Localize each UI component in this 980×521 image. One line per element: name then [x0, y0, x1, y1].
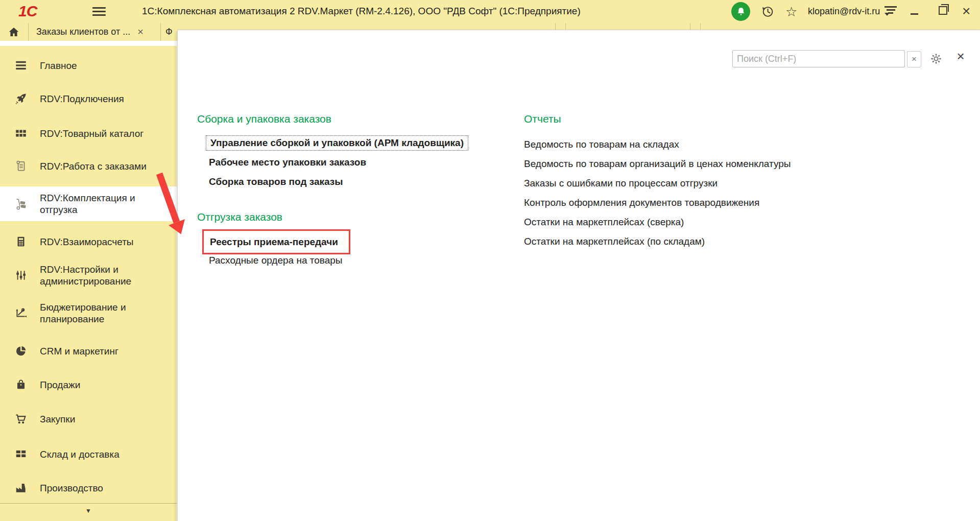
tab-close-icon[interactable]: × [137, 26, 144, 38]
1c-logo: 1С [18, 3, 37, 20]
tab-separator [160, 23, 161, 41]
sidebar-item-production[interactable]: Производство [0, 478, 177, 498]
cart-icon [14, 412, 28, 425]
minimize-button[interactable] [911, 13, 918, 15]
bell-icon [735, 6, 747, 17]
group-title-reports: Отчеты [524, 113, 561, 125]
sidebar-item-warehouse[interactable]: Склад и доставка [0, 444, 177, 464]
user-account[interactable]: klopatin@rdv-it.ru [808, 6, 880, 17]
sidebar-item-label: RDV:Товарный каталог [40, 128, 153, 139]
sidebar-item-rdv-orders[interactable]: RDV:Работа с заказами [0, 156, 177, 176]
factory-icon [14, 481, 28, 494]
sidebar-item-label: Продажи [40, 379, 153, 391]
history-button[interactable] [759, 3, 776, 20]
sidebar-item-rdv-connections[interactable]: RDV:Подключения [0, 88, 177, 109]
sidebar-item-label: Главное [40, 60, 153, 72]
sidebar-item-rdv-admin[interactable]: RDV:Настройки и администрирование [0, 261, 177, 290]
report-marketplace-stock-check[interactable]: Остатки на маркетплейсах (сверка) [524, 217, 684, 228]
sidebar-item-label: RDV:Подключения [40, 93, 153, 105]
sidebar-divider [0, 503, 177, 504]
focused-command-outline: Управление сборкой и упаковкой (АРМ клад… [206, 135, 468, 151]
command-goods-issue-orders[interactable]: Расходные ордера на товары [209, 255, 342, 266]
sidebar-item-label: RDV:Комплектация и отгрузка [40, 192, 153, 216]
sidebar-item-main[interactable]: Главное [0, 55, 177, 76]
hand-truck-icon [14, 197, 28, 210]
sidebar-item-label: RDV:Работа с заказами [40, 160, 153, 172]
report-goods-org-prices[interactable]: Ведомость по товарам организаций в ценах… [524, 158, 791, 170]
tab-orders[interactable]: Заказы клиентов от ... × [28, 23, 160, 41]
chart-axis-icon [14, 306, 28, 320]
pie-chart-icon [14, 344, 28, 358]
tab-label: Заказы клиентов от ... [36, 27, 130, 37]
history-clock-icon [761, 5, 774, 18]
highlight-box: Реестры приема-передачи [202, 229, 350, 254]
app-title: 1С:Комплексная автоматизация 2 RDV.Марке… [142, 6, 581, 17]
notifications-button[interactable] [731, 2, 750, 21]
command-assembly-management[interactable]: Управление сборкой и упаковкой (АРМ клад… [210, 137, 464, 148]
sidebar-item-crm[interactable]: CRM и маркетинг [0, 341, 177, 361]
sidebar-item-rdv-shipping[interactable]: RDV:Комплектация и отгрузка [0, 186, 177, 221]
sidebar-item-rdv-catalog[interactable]: RDV:Товарный каталог [0, 123, 177, 144]
panel-close-button[interactable]: × [953, 49, 968, 66]
home-tab[interactable] [0, 23, 28, 41]
hamburger-icon [14, 59, 28, 72]
sidebar-item-label: Бюджетирование и планирование [40, 301, 153, 325]
sidebar-item-sales[interactable]: Продажи [0, 374, 177, 395]
report-marketplace-stock-by-warehouse[interactable]: Остатки на маркетплейсах (по складам) [524, 236, 705, 247]
sidebar-item-label: Склад и доставка [40, 448, 153, 460]
calculator-icon [14, 235, 28, 248]
search-input[interactable] [732, 50, 905, 67]
home-icon [7, 26, 20, 39]
close-window-button[interactable]: × [962, 3, 970, 20]
service-menu-button[interactable] [885, 6, 897, 25]
sidebar-item-label: CRM и маркетинг [40, 345, 153, 357]
command-goods-assembly[interactable]: Сборка товаров под заказы [209, 176, 343, 187]
sidebar-item-label: RDV:Настройки и администрирование [40, 264, 153, 287]
section-sidebar: Главное RDV:Подключения RDV:Товарный кат… [0, 46, 177, 521]
shopping-bag-icon [14, 378, 28, 391]
sliders-icon [14, 269, 28, 282]
sidebar-item-label: Производство [40, 482, 153, 494]
sidebar-item-label: RDV:Взаиморасчеты [40, 236, 153, 248]
main-menu-button[interactable] [92, 7, 106, 16]
title-bar: 1С 1С:Комплексная автоматизация 2 RDV.Ма… [0, 0, 980, 23]
command-transfer-registers[interactable]: Реестры приема-передачи [210, 236, 338, 248]
close-icon: × [912, 54, 917, 64]
warehouse-grid-icon [14, 447, 28, 461]
command-packing-workplace[interactable]: Рабочее место упаковки заказов [209, 157, 366, 168]
sidebar-item-rdv-settlements[interactable]: RDV:Взаиморасчеты [0, 231, 177, 252]
restore-window-button[interactable] [939, 6, 947, 15]
group-title-shipment: Отгрузка заказов [197, 211, 282, 223]
group-title-assembly: Сборка и упаковка заказов [197, 113, 331, 125]
rocket-icon [14, 92, 28, 105]
search-clear-button[interactable]: × [907, 51, 921, 67]
report-document-control[interactable]: Контроль оформления документов товародви… [524, 197, 759, 208]
sidebar-item-purchases[interactable]: Закупки [0, 409, 177, 429]
sidebar-item-budgeting[interactable]: Бюджетирование и планирование [0, 299, 177, 327]
gear-icon [929, 52, 943, 65]
panel-settings-button[interactable] [928, 51, 944, 66]
sidebar-item-label: Закупки [40, 413, 153, 425]
tab-partial[interactable]: Ф [165, 23, 173, 41]
report-orders-with-errors[interactable]: Заказы с ошибками по процессам отгрузки [524, 178, 718, 189]
favorites-star-icon[interactable]: ☆ [785, 3, 797, 20]
section-functions-panel: × × Сборка и упаковка заказов Управление… [177, 30, 980, 521]
document-icon [14, 159, 28, 173]
report-goods-on-warehouses[interactable]: Ведомость по товарам на складах [524, 139, 679, 150]
sidebar-expand-more[interactable]: ▼ [0, 507, 177, 514]
chevron-down-icon: ▼ [85, 507, 91, 514]
grid-icon [14, 127, 28, 140]
